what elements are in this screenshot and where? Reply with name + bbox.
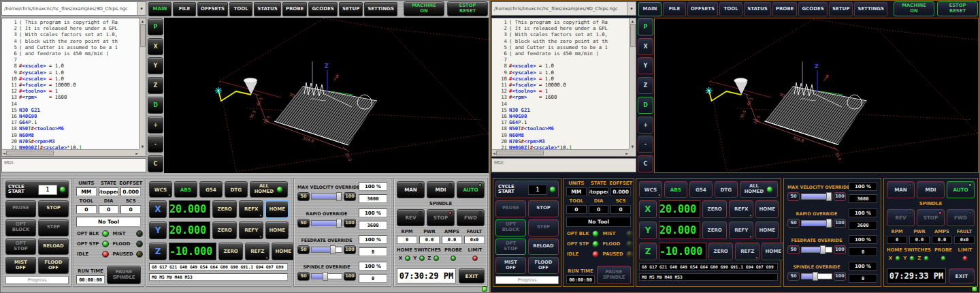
menu-item-status[interactable]: STATUS xyxy=(254,2,281,16)
dropdown-arrow-icon[interactable]: ▾ xyxy=(137,2,146,15)
dtg-button[interactable]: DTG xyxy=(715,181,738,198)
menu-item-status[interactable]: STATUS xyxy=(744,2,771,16)
mode-man-button[interactable]: MAN xyxy=(887,181,915,198)
home-z-button[interactable]: HOME xyxy=(762,243,785,260)
slider-thumb[interactable] xyxy=(826,219,832,228)
slider-thumb[interactable] xyxy=(336,219,342,228)
gcode-editor[interactable]: 1( This program is copyright of Ra2( It … xyxy=(491,18,636,157)
override-slider[interactable] xyxy=(311,273,342,279)
menu-item-file[interactable]: FILE xyxy=(663,2,686,16)
key-button-plus[interactable]: + xyxy=(148,117,163,134)
cycle-counter[interactable]: 1 xyxy=(528,185,547,195)
g54-button[interactable]: G54 xyxy=(199,181,223,198)
toolpath-preview[interactable]: Z 40.5-30.5-70.590304.830.0 xyxy=(164,18,489,173)
reload-button[interactable]: RELOAD xyxy=(528,238,559,256)
mode-man-button[interactable]: MAN xyxy=(397,181,425,198)
home-y-button[interactable]: HOME xyxy=(755,221,779,239)
vertical-scroll-thumb[interactable] xyxy=(630,24,636,47)
pause-spindle-button[interactable]: PAUSE SPINDLE xyxy=(597,266,631,284)
axis-select-z[interactable]: Z xyxy=(639,243,657,260)
cycle-counter[interactable]: 1 xyxy=(38,185,57,195)
slider-thumb[interactable] xyxy=(820,245,826,254)
override-min-button[interactable]: 50 xyxy=(787,245,800,254)
pause-spindle-button[interactable]: PAUSE SPINDLE xyxy=(107,266,141,284)
gcode-editor[interactable]: 1( This program is copyright of Ra2( It … xyxy=(1,18,146,157)
menu-item-settings[interactable]: SETTINGS xyxy=(364,2,397,16)
zero-y-button[interactable]: ZERO xyxy=(702,221,727,239)
key-button-minus[interactable]: - xyxy=(148,136,163,153)
override-min-button[interactable]: 50 xyxy=(787,219,800,228)
key-button-d[interactable]: D xyxy=(148,97,163,114)
spindle-rev-button[interactable]: REV xyxy=(887,209,915,226)
override-max-button[interactable]: 100 xyxy=(344,219,356,228)
vertical-scroll-thumb[interactable] xyxy=(140,24,146,47)
scroll-up-icon[interactable]: ▲ xyxy=(141,18,145,24)
file-path-combo[interactable]: /home/chris/linuxcnc/nc_files/examples/3… xyxy=(491,1,636,16)
zero-x-button[interactable]: ZERO xyxy=(702,200,727,218)
zero-z-button[interactable]: ZERO xyxy=(218,243,243,260)
key-button-d[interactable]: D xyxy=(638,97,653,114)
override-slider[interactable] xyxy=(311,220,342,226)
horizontal-scroll-thumb[interactable] xyxy=(496,151,544,155)
dropdown-arrow-icon[interactable]: ▾ xyxy=(627,2,636,15)
override-min-button[interactable]: 50 xyxy=(787,272,800,281)
ref-z-button[interactable]: REFZ▾ xyxy=(735,243,760,260)
estop-reset-button[interactable]: ESTOP RESET xyxy=(937,1,978,16)
horizontal-scrollbar[interactable]: ◄ ► xyxy=(492,149,629,156)
menu-item-main[interactable]: MAIN xyxy=(148,2,172,16)
mode-auto-button[interactable]: AUTO xyxy=(457,181,485,198)
pause-button[interactable]: PAUSE xyxy=(5,200,36,217)
home-x-button[interactable]: HOME xyxy=(755,200,779,218)
override-min-button[interactable]: 50 xyxy=(297,219,310,228)
menu-item-setup[interactable]: SETUP xyxy=(339,2,363,16)
file-path-combo[interactable]: /home/chris/linuxcnc/nc_files/examples/3… xyxy=(1,1,146,16)
slider-thumb[interactable] xyxy=(826,192,832,201)
mode-auto-button[interactable]: AUTO xyxy=(947,181,975,198)
slider-thumb[interactable] xyxy=(330,245,336,254)
key-button-y[interactable]: Y xyxy=(638,57,653,74)
override-max-button[interactable]: 100 xyxy=(834,272,846,281)
menu-item-main[interactable]: MAIN xyxy=(638,2,662,16)
key-button-p[interactable]: P xyxy=(148,18,163,35)
menu-item-probe[interactable]: PROBE xyxy=(282,2,308,16)
override-slider[interactable] xyxy=(311,194,342,200)
home-x-button[interactable]: HOME xyxy=(265,200,289,218)
step-button[interactable]: STEP xyxy=(38,219,69,236)
exit-button[interactable]: EXIT xyxy=(949,268,975,283)
override-min-button[interactable]: 50 xyxy=(297,192,310,201)
abs-button[interactable]: ABS xyxy=(664,181,687,198)
axis-select-x[interactable]: X xyxy=(149,200,167,218)
zero-x-button[interactable]: ZERO xyxy=(212,200,237,218)
mist-off-button[interactable]: MIST OFF xyxy=(495,257,526,274)
menu-item-file[interactable]: FILE xyxy=(173,2,196,16)
override-max-button[interactable]: 100 xyxy=(344,245,356,254)
menu-item-settings[interactable]: SETTINGS xyxy=(854,2,887,16)
spindle-fwd-button[interactable]: FWD xyxy=(457,209,485,226)
menu-item-probe[interactable]: PROBE xyxy=(772,2,798,16)
ref-x-button[interactable]: REFX▾ xyxy=(729,200,753,218)
stop-button[interactable]: STOP xyxy=(38,200,69,217)
mode-mdi-button[interactable]: MDI xyxy=(427,181,455,198)
menu-item-setup[interactable]: SETUP xyxy=(829,2,853,16)
slider-thumb[interactable] xyxy=(323,272,328,281)
mode-mdi-button[interactable]: MDI xyxy=(917,181,945,198)
ref-x-button[interactable]: REFX▾ xyxy=(239,200,263,218)
key-button-z[interactable]: Z xyxy=(638,77,653,94)
spindle-stop-button[interactable]: STOP xyxy=(917,209,945,226)
dtg-button[interactable]: DTG xyxy=(225,181,248,198)
menu-item-tool[interactable]: TOOL xyxy=(229,2,252,16)
home-y-button[interactable]: HOME xyxy=(265,221,289,239)
override-slider[interactable] xyxy=(801,273,832,279)
axis-select-z[interactable]: Z xyxy=(149,243,167,260)
cycle-start-button[interactable]: CYCLE START 1 xyxy=(495,181,559,198)
override-slider[interactable] xyxy=(311,247,342,253)
axis-select-y[interactable]: Y xyxy=(149,221,167,239)
menu-item-tool[interactable]: TOOL xyxy=(719,2,742,16)
opt-stop-button[interactable]: OPT STOP xyxy=(495,238,526,256)
spindle-rev-button[interactable]: REV xyxy=(397,209,425,226)
override-slider[interactable] xyxy=(801,247,832,253)
ref-z-button[interactable]: REFZ▾ xyxy=(245,243,270,260)
key-button-p[interactable]: P xyxy=(638,18,653,35)
menu-item-offsets[interactable]: OFFSETS xyxy=(687,2,718,16)
ref-y-button[interactable]: REFY▾ xyxy=(729,221,753,239)
